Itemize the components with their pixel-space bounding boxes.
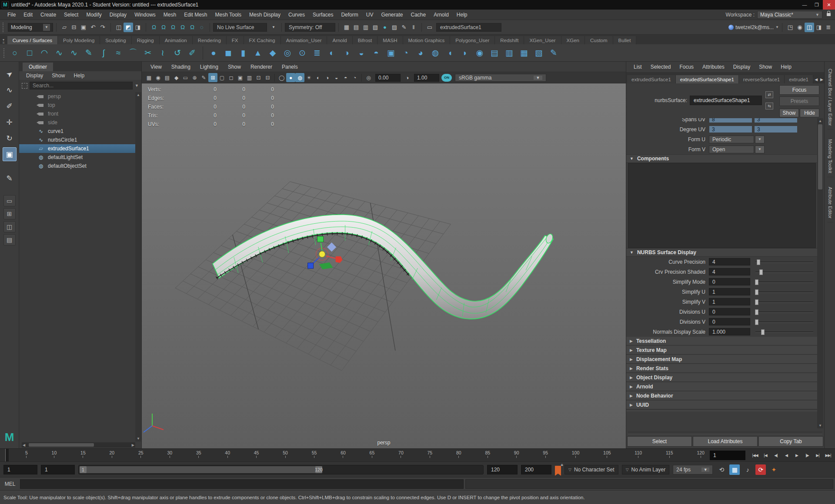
- live-surface-field[interactable]: No Live Surface: [213, 23, 267, 32]
- collapsed-section-header[interactable]: ▶ UUID: [626, 401, 818, 409]
- pin-tab-icon[interactable]: ⇄: [765, 91, 773, 98]
- attribute-value-field[interactable]: 1: [709, 288, 750, 295]
- toolbox-tool[interactable]: ✛: [3, 115, 17, 129]
- viewport-menu-item[interactable]: Shading: [167, 63, 195, 71]
- attribute-value-field[interactable]: 1.000: [709, 328, 750, 335]
- attribute-editor-bottom-button[interactable]: Select: [627, 436, 692, 447]
- viewport-menu-item[interactable]: Panels: [277, 63, 302, 71]
- hide-button[interactable]: Hide: [800, 109, 819, 117]
- degree-u-field[interactable]: 3: [709, 126, 752, 133]
- view-transform-dropdown[interactable]: sRGB gamma▼: [455, 74, 546, 82]
- viewport-menu-item[interactable]: Lighting: [196, 63, 223, 71]
- slider-knob[interactable]: [755, 319, 758, 325]
- playback-option-icon[interactable]: ♪: [742, 464, 753, 475]
- collapsed-section-header[interactable]: ▶ Displacement Map: [626, 355, 818, 364]
- menu-item[interactable]: Windows: [130, 10, 160, 19]
- playback-range-bar[interactable]: 1 120: [80, 466, 322, 473]
- account-avatar[interactable]: [728, 25, 734, 30]
- viewport-shading-icon[interactable]: ◒: [332, 73, 341, 82]
- viewport-shading-icon[interactable]: ◐: [314, 73, 323, 82]
- shelf-surface-tool-icon[interactable]: ▲: [251, 46, 265, 60]
- viewport-toolbar-icon[interactable]: ✎: [199, 73, 208, 82]
- shelf-tab[interactable]: Redshift: [495, 36, 524, 44]
- form-u-dropdown[interactable]: Periodic: [709, 136, 754, 143]
- dock-vertical-tab[interactable]: Attribute Editor: [827, 183, 833, 222]
- attribute-editor-node-tab[interactable]: extrudedSurface1: [627, 75, 676, 83]
- outliner-menu-item[interactable]: Help: [70, 72, 88, 80]
- outliner-horizontal-scrollbar[interactable]: ◀▶: [22, 442, 135, 448]
- time-slider[interactable]: 5101520253035404550556065707580859095100…: [0, 448, 835, 461]
- status-file-icon[interactable]: ⊟: [69, 23, 79, 32]
- render-group-icon[interactable]: ▤: [351, 23, 361, 32]
- dock-vertical-tab[interactable]: Modeling Toolkit: [827, 136, 833, 177]
- maximize-button[interactable]: ❐: [811, 0, 823, 10]
- animation-start-field[interactable]: 1: [3, 465, 37, 474]
- attribute-value-field[interactable]: 1: [709, 298, 750, 305]
- menu-item[interactable]: Mesh Tools: [211, 10, 245, 19]
- shelf-curve-tool-icon[interactable]: ↺: [170, 46, 184, 60]
- menu-item[interactable]: File: [3, 10, 20, 19]
- outliner-item[interactable]: front: [19, 109, 135, 118]
- shelf-curve-tool-icon[interactable]: ⌒: [126, 46, 140, 60]
- shelf-tab[interactable]: Animation: [160, 36, 193, 44]
- minimize-button[interactable]: —: [798, 0, 811, 10]
- shelf-surface-tool-icon[interactable]: ▣: [384, 46, 398, 60]
- gamma-icon[interactable]: ◑: [403, 73, 412, 82]
- character-set-dropdown[interactable]: ▽ No Character Set: [564, 465, 618, 474]
- attribute-value-field[interactable]: 0: [709, 278, 750, 285]
- menu-item[interactable]: Deform: [337, 10, 362, 19]
- filter-icon[interactable]: [22, 83, 27, 89]
- command-language-toggle[interactable]: MEL: [0, 481, 20, 487]
- shelf-surface-tool-icon[interactable]: ◔: [399, 46, 413, 60]
- viewport-shading-icon[interactable]: ●: [286, 73, 295, 82]
- tab-scroll-left-icon[interactable]: ◀: [815, 77, 818, 82]
- outliner-item[interactable]: persp: [19, 92, 135, 101]
- slider-knob[interactable]: [757, 259, 760, 265]
- attribute-editor-node-tab[interactable]: extrude1: [785, 75, 813, 83]
- shelf-tab[interactable]: Bullet: [613, 36, 637, 44]
- shelf-surface-tool-icon[interactable]: ◒: [354, 46, 368, 60]
- chevron-down-icon[interactable]: ▼: [775, 25, 779, 29]
- components-section-header[interactable]: ▼ Components: [626, 154, 818, 163]
- viewport-toolbar-icon[interactable]: ◉: [154, 73, 163, 82]
- attribute-editor-node-tab[interactable]: extrudedSurfaceShape1: [676, 75, 739, 83]
- toolbox-tool[interactable]: ➤: [0, 64, 19, 84]
- menu-item[interactable]: Help: [453, 10, 471, 19]
- spans-v-field[interactable]: 3: [754, 118, 798, 123]
- node-name-field[interactable]: extrudedSurfaceShape1: [690, 96, 762, 105]
- viewport-scene[interactable]: Verts: 0 0 0 Edges: 0 0 0: [142, 83, 626, 448]
- layout-shortcut-button[interactable]: ▤: [3, 234, 16, 245]
- shelf-surface-tool-icon[interactable]: ◆: [266, 46, 280, 60]
- render-group-icon[interactable]: ▦: [342, 23, 351, 32]
- playback-button[interactable]: |▶: [802, 450, 812, 461]
- render-group-icon[interactable]: ●: [380, 23, 390, 32]
- selection-name-input[interactable]: extrudedSurface1: [436, 23, 501, 32]
- outliner-item[interactable]: top: [19, 101, 135, 109]
- shelf-tab[interactable]: Curves / Surfaces: [7, 36, 58, 44]
- outliner-vertical-scrollbar[interactable]: ▲▼: [135, 92, 141, 441]
- close-button[interactable]: ✕: [823, 0, 835, 10]
- nurbs-display-section-header[interactable]: ▼ NURBS Surface Display: [626, 248, 818, 257]
- playback-option-icon[interactable]: ▦: [729, 464, 740, 475]
- range-slider[interactable]: 1 120: [78, 465, 484, 474]
- outliner-tab[interactable]: Outliner: [23, 63, 53, 71]
- exposure-icon[interactable]: ◎: [364, 73, 373, 82]
- render-group-icon[interactable]: ‖: [409, 23, 418, 32]
- chevron-down-icon[interactable]: ▼: [135, 83, 139, 88]
- spans-u-field[interactable]: 8: [709, 118, 752, 123]
- slider-knob[interactable]: [755, 289, 758, 295]
- toolbox-tool[interactable]: ∿: [3, 83, 17, 97]
- grip-handle[interactable]: [3, 48, 6, 58]
- scrollbar-thumb[interactable]: [818, 124, 822, 189]
- shelf-curve-tool-icon[interactable]: ∿: [67, 46, 81, 60]
- viewport-toolbar-icon[interactable]: ▦: [144, 73, 154, 82]
- attribute-editor-node-tab[interactable]: reverseSurface1: [739, 75, 785, 83]
- dock-vertical-tab[interactable]: Channel Box / Layer Editor: [827, 65, 833, 129]
- status-file-icon[interactable]: ▱: [60, 23, 69, 32]
- viewport-toolbar-icon[interactable]: ▭: [181, 73, 190, 82]
- outliner-item[interactable]: side: [19, 118, 135, 127]
- shelf-tab[interactable]: Polygons_User: [450, 36, 495, 44]
- shelf-tab[interactable]: Poly Modeling: [58, 36, 100, 44]
- slider-knob[interactable]: [755, 299, 758, 305]
- menu-item[interactable]: Arnold: [430, 10, 453, 19]
